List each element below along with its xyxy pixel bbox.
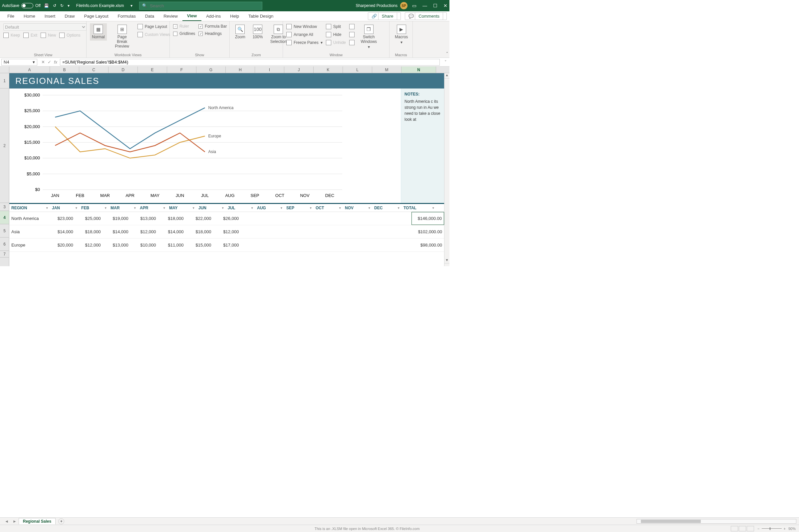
collapse-ribbon-icon[interactable]: ˄ [446,52,448,56]
options-button[interactable]: Options [59,32,80,39]
search-box[interactable]: 🔍 [139,2,262,10]
filter-dropdown-icon[interactable]: ▾ [339,206,341,210]
tab-formulas[interactable]: Formulas [113,12,141,21]
cell-value[interactable] [351,225,379,238]
sheet-view-default[interactable]: Default [3,23,87,31]
col-header-G[interactable]: G [197,66,226,73]
table-header-mar[interactable]: MAR▾ [109,204,138,212]
normal-view-button[interactable]: ▦Normal [90,23,107,41]
split-button[interactable]: Split [326,23,346,30]
headings-checkbox[interactable]: ✓Headings [199,31,227,37]
col-header-A[interactable]: A [9,66,50,73]
cell-value[interactable]: $12,000 [130,225,158,238]
filter-dropdown-icon[interactable]: ▾ [76,206,77,210]
col-header-K[interactable]: K [314,66,343,73]
page-layout-button[interactable]: Page Layout [137,23,170,30]
cell-value[interactable] [241,239,268,251]
cell-value[interactable] [296,212,323,225]
cell-value[interactable]: $18,000 [75,225,103,238]
cell-value[interactable]: $12,000 [213,225,241,238]
filter-dropdown-icon[interactable]: ▾ [310,206,312,210]
tab-file[interactable]: File [3,12,19,21]
cell-total[interactable]: $102,000.00 [411,225,444,238]
cell-region[interactable]: Asia [9,225,48,238]
ruler-checkbox[interactable]: ✓Ruler [173,23,195,29]
col-header-I[interactable]: I [255,66,284,73]
cell-value[interactable]: $15,000 [185,239,213,251]
save-icon[interactable]: 💾 [44,3,49,8]
cell-value[interactable] [241,225,268,238]
cell-value[interactable] [296,239,323,251]
cell-value[interactable] [323,212,351,225]
filter-dropdown-icon[interactable]: ▾ [193,206,194,210]
new-window-button[interactable]: New Window [286,23,322,30]
filter-dropdown-icon[interactable]: ▾ [281,206,282,210]
tab-add-ins[interactable]: Add-ins [201,12,225,21]
col-header-C[interactable]: C [79,66,109,73]
cell-value[interactable] [323,225,351,238]
tab-home[interactable]: Home [19,12,40,21]
cell-value[interactable] [268,239,296,251]
qat-dropdown-icon[interactable]: ▾ [68,3,70,8]
cell-value[interactable] [268,212,296,225]
new-button[interactable]: New [41,32,56,39]
tab-page-layout[interactable]: Page Layout [79,12,113,21]
col-header-M[interactable]: M [372,66,402,73]
name-box[interactable]: N4▾ [1,59,37,65]
macros-button[interactable]: ▶Macros▾ [393,23,410,46]
cell-region[interactable]: North America [9,212,48,225]
expand-formula-bar-icon[interactable]: ˅ [442,60,449,64]
select-all-corner[interactable] [0,66,9,73]
col-header-D[interactable]: D [109,66,138,73]
tab-review[interactable]: Review [159,12,182,21]
row-header-2[interactable]: 2 [0,89,9,203]
cell-region[interactable]: Europe [9,239,48,251]
search-input[interactable] [150,3,259,8]
cell-value[interactable]: $13,000 [130,212,158,225]
table-header-total[interactable]: TOTAL▾ [402,204,436,212]
custom-views-button[interactable]: Custom Views [137,31,170,38]
keep-button[interactable]: Keep [3,32,20,39]
switch-windows-button[interactable]: ❐Switch Windows▾ [358,23,380,51]
col-header-J[interactable]: J [284,66,314,73]
page-break-button[interactable]: ⊞Page Break Preview [110,23,134,50]
filter-dropdown-icon[interactable]: ▾ [46,206,48,210]
account-area[interactable]: Sharpened Productions SP [356,2,408,9]
row-header-3[interactable]: 3 [0,203,9,211]
col-header-F[interactable]: F [167,66,197,73]
filter-dropdown-icon[interactable]: ▾ [252,206,253,210]
filter-dropdown-icon[interactable]: ▾ [222,206,224,210]
formula-bar-checkbox[interactable]: ✓Formula Bar [199,23,227,29]
reset-pos-icon[interactable] [349,31,355,38]
cell-value[interactable]: $19,000 [103,212,130,225]
cell-value[interactable]: $25,000 [75,212,103,225]
cell-value[interactable] [268,225,296,238]
table-header-apr[interactable]: APR▾ [138,204,167,212]
col-header-N[interactable]: N [402,66,436,73]
filter-dropdown-icon[interactable]: ▾ [432,206,434,210]
cell-value[interactable] [379,212,411,225]
cell-value[interactable] [351,239,379,251]
table-header-may[interactable]: MAY▾ [167,204,197,212]
zoom-button[interactable]: 🔍Zoom [233,23,247,41]
cell-value[interactable]: $18,000 [158,212,186,225]
cell-value[interactable]: $22,000 [185,212,213,225]
undo-icon[interactable]: ↺ [53,3,56,8]
row-header-7[interactable]: 7 [0,251,9,258]
chart[interactable]: $0$5,000$10,000$15,000$20,000$25,000$30,… [9,89,444,203]
redo-icon[interactable]: ↻ [60,3,63,8]
cell-value[interactable]: $20,000 [48,239,75,251]
minimize-icon[interactable]: — [423,3,427,8]
filter-dropdown-icon[interactable]: ▾ [369,206,370,210]
table-header-jan[interactable]: JAN▾ [50,204,79,212]
tab-help[interactable]: Help [225,12,244,21]
cell-value[interactable]: $14,000 [158,225,186,238]
scroll-up-icon[interactable]: ▲ [444,73,449,78]
table-header-nov[interactable]: NOV▾ [343,204,372,212]
cell-value[interactable]: $13,000 [103,239,130,251]
table-header-aug[interactable]: AUG▾ [255,204,284,212]
cell-value[interactable] [241,212,268,225]
exit-button[interactable]: Exit [23,32,37,39]
filter-dropdown-icon[interactable]: ▾ [164,206,165,210]
table-header-region[interactable]: REGION▾ [9,204,50,212]
